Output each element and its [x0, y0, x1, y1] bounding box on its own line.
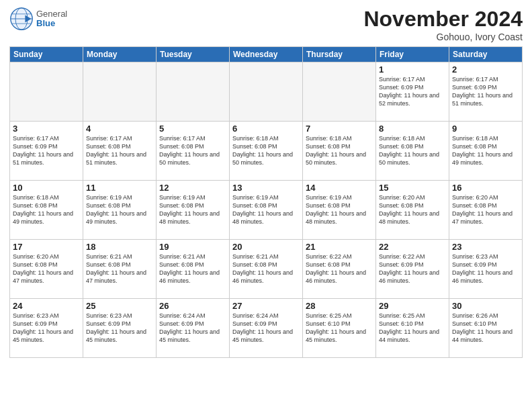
calendar-cell: 16Sunrise: 6:20 AM Sunset: 6:08 PM Dayli…	[449, 181, 523, 240]
header-friday: Friday	[376, 47, 449, 62]
calendar-cell: 20Sunrise: 6:21 AM Sunset: 6:08 PM Dayli…	[230, 240, 303, 299]
header-tuesday: Tuesday	[157, 47, 230, 62]
day-number: 4	[86, 124, 153, 134]
calendar-week-4: 24Sunrise: 6:23 AM Sunset: 6:09 PM Dayli…	[10, 299, 523, 358]
day-info: Sunrise: 6:24 AM Sunset: 6:09 PM Dayligh…	[232, 312, 300, 345]
day-number: 23	[452, 242, 519, 252]
day-number: 8	[379, 124, 446, 134]
day-number: 5	[159, 124, 226, 134]
calendar-cell: 28Sunrise: 6:25 AM Sunset: 6:10 PM Dayli…	[303, 299, 376, 358]
calendar-cell: 10Sunrise: 6:18 AM Sunset: 6:08 PM Dayli…	[10, 181, 83, 240]
day-info: Sunrise: 6:18 AM Sunset: 6:08 PM Dayligh…	[232, 134, 300, 167]
calendar-week-1: 3Sunrise: 6:17 AM Sunset: 6:09 PM Daylig…	[10, 122, 523, 181]
location: Gohouo, Ivory Coast	[363, 32, 523, 42]
calendar-cell: 14Sunrise: 6:19 AM Sunset: 6:08 PM Dayli…	[303, 181, 376, 240]
day-info: Sunrise: 6:17 AM Sunset: 6:09 PM Dayligh…	[452, 75, 519, 108]
calendar-week-0: 1Sunrise: 6:17 AM Sunset: 6:09 PM Daylig…	[10, 62, 523, 122]
calendar-cell: 4Sunrise: 6:17 AM Sunset: 6:08 PM Daylig…	[83, 122, 157, 181]
calendar-cell: 24Sunrise: 6:23 AM Sunset: 6:09 PM Dayli…	[10, 299, 83, 358]
day-number: 13	[232, 183, 300, 193]
calendar-cell: 15Sunrise: 6:20 AM Sunset: 6:08 PM Dayli…	[376, 181, 449, 240]
day-info: Sunrise: 6:25 AM Sunset: 6:10 PM Dayligh…	[379, 312, 446, 345]
day-info: Sunrise: 6:26 AM Sunset: 6:10 PM Dayligh…	[452, 312, 519, 345]
calendar-cell: 13Sunrise: 6:19 AM Sunset: 6:08 PM Dayli…	[230, 181, 303, 240]
header-sunday: Sunday	[10, 47, 83, 62]
calendar-cell: 1Sunrise: 6:17 AM Sunset: 6:09 PM Daylig…	[376, 62, 449, 122]
day-info: Sunrise: 6:19 AM Sunset: 6:08 PM Dayligh…	[306, 193, 373, 226]
calendar-cell: 3Sunrise: 6:17 AM Sunset: 6:09 PM Daylig…	[10, 122, 83, 181]
day-number: 10	[13, 183, 80, 193]
calendar-cell: 8Sunrise: 6:18 AM Sunset: 6:08 PM Daylig…	[376, 122, 449, 181]
day-number: 19	[159, 242, 226, 252]
header: General Blue November 2024 Gohouo, Ivory…	[9, 7, 523, 42]
header-wednesday: Wednesday	[230, 47, 303, 62]
day-info: Sunrise: 6:18 AM Sunset: 6:08 PM Dayligh…	[452, 134, 519, 167]
day-number: 2	[452, 64, 519, 75]
calendar-cell: 6Sunrise: 6:18 AM Sunset: 6:08 PM Daylig…	[230, 122, 303, 181]
calendar-table: Sunday Monday Tuesday Wednesday Thursday…	[9, 46, 523, 358]
calendar-cell	[303, 62, 376, 122]
day-info: Sunrise: 6:23 AM Sunset: 6:09 PM Dayligh…	[86, 312, 153, 345]
title-block: November 2024 Gohouo, Ivory Coast	[363, 7, 523, 42]
calendar-cell	[10, 62, 83, 122]
day-info: Sunrise: 6:23 AM Sunset: 6:09 PM Dayligh…	[452, 253, 519, 285]
day-number: 17	[13, 242, 80, 252]
day-info: Sunrise: 6:17 AM Sunset: 6:08 PM Dayligh…	[86, 134, 153, 167]
calendar-cell: 9Sunrise: 6:18 AM Sunset: 6:08 PM Daylig…	[449, 122, 523, 181]
day-number: 29	[379, 301, 446, 311]
calendar-cell: 22Sunrise: 6:22 AM Sunset: 6:09 PM Dayli…	[376, 240, 449, 299]
calendar-cell: 19Sunrise: 6:21 AM Sunset: 6:08 PM Dayli…	[157, 240, 230, 299]
day-number: 6	[232, 124, 300, 134]
day-number: 15	[379, 183, 446, 193]
logo-blue-text: Blue	[36, 19, 67, 28]
day-number: 9	[452, 124, 519, 134]
day-number: 14	[306, 183, 373, 193]
header-saturday: Saturday	[449, 47, 523, 62]
calendar-cell: 2Sunrise: 6:17 AM Sunset: 6:09 PM Daylig…	[449, 62, 523, 122]
calendar-cell	[230, 62, 303, 122]
day-number: 3	[13, 124, 80, 134]
header-thursday: Thursday	[303, 47, 376, 62]
calendar-cell: 30Sunrise: 6:26 AM Sunset: 6:10 PM Dayli…	[449, 299, 523, 358]
calendar-week-3: 17Sunrise: 6:20 AM Sunset: 6:08 PM Dayli…	[10, 240, 523, 299]
logo: General Blue	[9, 7, 67, 31]
day-info: Sunrise: 6:17 AM Sunset: 6:09 PM Dayligh…	[379, 75, 446, 108]
logo-icon	[9, 7, 34, 31]
calendar-cell: 18Sunrise: 6:21 AM Sunset: 6:08 PM Dayli…	[83, 240, 157, 299]
day-info: Sunrise: 6:22 AM Sunset: 6:08 PM Dayligh…	[306, 253, 373, 285]
calendar-cell: 21Sunrise: 6:22 AM Sunset: 6:08 PM Dayli…	[303, 240, 376, 299]
calendar-week-2: 10Sunrise: 6:18 AM Sunset: 6:08 PM Dayli…	[10, 181, 523, 240]
day-info: Sunrise: 6:19 AM Sunset: 6:08 PM Dayligh…	[159, 193, 226, 226]
header-monday: Monday	[83, 47, 157, 62]
month-title: November 2024	[363, 7, 523, 32]
day-info: Sunrise: 6:17 AM Sunset: 6:08 PM Dayligh…	[159, 134, 226, 167]
calendar-cell	[83, 62, 157, 122]
day-number: 16	[452, 183, 519, 193]
day-number: 27	[232, 301, 300, 311]
day-info: Sunrise: 6:20 AM Sunset: 6:08 PM Dayligh…	[13, 253, 80, 285]
calendar-cell: 5Sunrise: 6:17 AM Sunset: 6:08 PM Daylig…	[157, 122, 230, 181]
day-info: Sunrise: 6:20 AM Sunset: 6:08 PM Dayligh…	[452, 193, 519, 226]
weekday-header-row: Sunday Monday Tuesday Wednesday Thursday…	[10, 47, 523, 62]
day-info: Sunrise: 6:23 AM Sunset: 6:09 PM Dayligh…	[13, 312, 80, 345]
calendar-cell: 11Sunrise: 6:19 AM Sunset: 6:08 PM Dayli…	[83, 181, 157, 240]
logo-text: General Blue	[36, 9, 67, 29]
day-number: 21	[306, 242, 373, 252]
calendar-cell: 27Sunrise: 6:24 AM Sunset: 6:09 PM Dayli…	[230, 299, 303, 358]
day-number: 18	[86, 242, 153, 252]
calendar-cell	[157, 62, 230, 122]
calendar-cell: 23Sunrise: 6:23 AM Sunset: 6:09 PM Dayli…	[449, 240, 523, 299]
day-number: 28	[306, 301, 373, 311]
day-number: 26	[159, 301, 226, 311]
day-info: Sunrise: 6:17 AM Sunset: 6:09 PM Dayligh…	[13, 134, 80, 167]
day-number: 11	[86, 183, 153, 193]
calendar-cell: 29Sunrise: 6:25 AM Sunset: 6:10 PM Dayli…	[376, 299, 449, 358]
logo-general-text: General	[36, 9, 67, 19]
day-info: Sunrise: 6:18 AM Sunset: 6:08 PM Dayligh…	[13, 193, 80, 226]
day-number: 1	[379, 64, 446, 75]
day-info: Sunrise: 6:19 AM Sunset: 6:08 PM Dayligh…	[232, 193, 300, 226]
day-info: Sunrise: 6:22 AM Sunset: 6:09 PM Dayligh…	[379, 253, 446, 285]
day-info: Sunrise: 6:18 AM Sunset: 6:08 PM Dayligh…	[306, 134, 373, 167]
day-info: Sunrise: 6:19 AM Sunset: 6:08 PM Dayligh…	[86, 193, 153, 226]
calendar-cell: 17Sunrise: 6:20 AM Sunset: 6:08 PM Dayli…	[10, 240, 83, 299]
